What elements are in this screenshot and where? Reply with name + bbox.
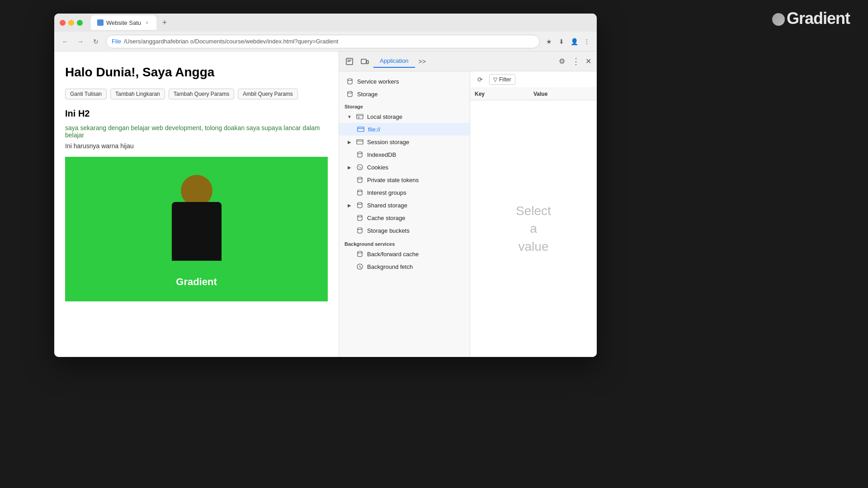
- column-key-header: Key: [475, 91, 533, 97]
- indexeddb-icon: [356, 151, 363, 158]
- devtools-refresh-button[interactable]: ⟳: [475, 74, 486, 85]
- filter-label: Filter: [499, 76, 511, 83]
- download-icon[interactable]: ⬇: [557, 37, 566, 46]
- storage-top-icon: [346, 90, 354, 98]
- storage-top-label: Storage: [357, 91, 378, 98]
- shared-storage-icon: [356, 202, 363, 209]
- devtools-elements-icon[interactable]: [343, 55, 356, 68]
- interest-groups-icon: [356, 189, 363, 196]
- url-bar[interactable]: File /Users/anggardhafebrian o/Documents…: [106, 35, 540, 48]
- tab-favicon: [97, 19, 104, 26]
- bookmark-icon[interactable]: ★: [544, 37, 553, 46]
- devtools-body: Service workers Storage Storage: [339, 71, 597, 357]
- sidebar-item-back-forward-cache[interactable]: Back/forward cache: [339, 248, 470, 260]
- new-tab-button[interactable]: +: [158, 16, 171, 29]
- session-storage-icon: [356, 138, 363, 145]
- close-traffic-light[interactable]: [60, 20, 66, 26]
- sidebar-item-storage-buckets[interactable]: Storage buckets: [339, 224, 470, 237]
- svg-rect-5: [357, 114, 363, 119]
- tambah-lingkaran-button[interactable]: Tambah Lingkaran: [110, 89, 165, 99]
- devtools-filter-bar: ⟳ ▽ Filter: [470, 71, 597, 88]
- sidebar-item-private-state-tokens[interactable]: Private state tokens: [339, 174, 470, 186]
- session-storage-label: Session storage: [367, 139, 409, 145]
- devtools-responsive-icon[interactable]: [358, 55, 372, 68]
- svg-point-3: [348, 79, 352, 80]
- devtools-filter-button[interactable]: ▽ Filter: [489, 74, 515, 85]
- sidebar-item-cookies[interactable]: Cookies: [339, 161, 470, 174]
- svg-point-10: [359, 166, 359, 167]
- traffic-lights: [60, 20, 83, 26]
- sidebar-item-storage-top[interactable]: Storage: [339, 88, 470, 100]
- select-value-text: Selectavalue: [516, 202, 551, 255]
- page-green-text: saya sekarang dengan belajar web develop…: [65, 124, 328, 139]
- minimize-traffic-light[interactable]: [68, 20, 74, 26]
- shared-storage-label: Shared storage: [367, 202, 407, 209]
- ganti-tulisan-button[interactable]: Ganti Tulisan: [65, 89, 107, 99]
- devtools-settings-icon[interactable]: ⚙: [556, 55, 568, 68]
- cache-storage-label: Cache storage: [367, 215, 406, 221]
- local-storage-file-label: file://: [368, 126, 380, 133]
- forward-button[interactable]: →: [75, 36, 86, 47]
- maximize-traffic-light[interactable]: [77, 20, 83, 26]
- devtools-more-options-icon[interactable]: ⋮: [570, 56, 582, 66]
- url-path: /Users/anggardhafebrian o/Documents/cour…: [124, 38, 338, 45]
- browser-content: Halo Dunia!, Saya Angga Ganti Tulisan Ta…: [54, 52, 597, 357]
- sidebar-item-background-fetch[interactable]: Background fetch: [339, 260, 470, 273]
- sidebar-item-shared-storage[interactable]: Shared storage: [339, 199, 470, 211]
- sidebar-item-session-storage[interactable]: Session storage: [339, 136, 470, 148]
- private-state-tokens-icon: [356, 176, 363, 183]
- page-black-text: Ini harusnya warna hijau: [65, 142, 328, 150]
- tab-bar: Website Satu × +: [91, 15, 591, 30]
- cookies-label: Cookies: [367, 164, 388, 171]
- ambil-query-params-button[interactable]: Ambil Query Params: [238, 89, 298, 99]
- devtools-close-button[interactable]: ✕: [584, 57, 593, 66]
- gradient-watermark: Gradient: [772, 9, 850, 28]
- devtools-empty-state: Selectavalue: [470, 100, 597, 357]
- cache-storage-icon: [356, 214, 363, 221]
- local-storage-expand-arrow[interactable]: [346, 113, 353, 120]
- reload-button[interactable]: ↻: [90, 36, 101, 47]
- session-storage-expand-arrow[interactable]: [346, 139, 353, 145]
- sidebar-item-interest-groups[interactable]: Interest groups: [339, 186, 470, 199]
- cookies-expand-arrow[interactable]: [346, 164, 353, 170]
- sidebar-item-local-storage[interactable]: Local storage: [339, 110, 470, 123]
- browser-tab[interactable]: Website Satu ×: [91, 15, 156, 30]
- tab-close-button[interactable]: ×: [144, 19, 150, 26]
- green-box-gradient-text: Gradient: [176, 276, 217, 288]
- svg-point-14: [358, 190, 362, 192]
- sidebar-item-cache-storage[interactable]: Cache storage: [339, 211, 470, 224]
- devtools-sidebar: Service workers Storage Storage: [339, 71, 470, 357]
- svg-point-17: [358, 228, 362, 230]
- filter-icon: ▽: [493, 76, 497, 83]
- interest-groups-label: Interest groups: [367, 189, 406, 196]
- address-actions: ★ ⬇ 👤 ⋮: [544, 37, 591, 46]
- local-storage-icon: [356, 113, 363, 120]
- profile-icon[interactable]: 👤: [570, 37, 579, 46]
- svg-point-4: [348, 91, 352, 93]
- cookies-icon: [356, 164, 363, 171]
- gradient-logo-circle: [772, 13, 785, 26]
- url-protocol: File: [112, 38, 121, 45]
- svg-rect-2: [367, 61, 368, 64]
- menu-icon[interactable]: ⋮: [582, 37, 591, 46]
- column-value-header: Value: [533, 91, 592, 97]
- devtools-header: Application >> ⚙ ⋮ ✕: [339, 52, 597, 71]
- svg-point-9: [357, 164, 363, 170]
- devtools-more-tabs-icon[interactable]: >>: [417, 56, 428, 67]
- svg-point-12: [359, 168, 360, 169]
- shared-storage-expand-arrow[interactable]: [346, 202, 353, 208]
- address-bar: ← → ↻ File /Users/anggardhafebrian o/Doc…: [54, 32, 597, 52]
- svg-point-18: [358, 251, 362, 253]
- back-button[interactable]: ←: [60, 36, 71, 47]
- tambah-query-params-button[interactable]: Tambah Query Params: [169, 89, 234, 99]
- svg-rect-1: [361, 59, 366, 64]
- svg-point-13: [358, 177, 362, 179]
- sidebar-item-local-storage-file[interactable]: file://: [339, 123, 470, 136]
- devtools-application-tab[interactable]: Application: [373, 55, 415, 68]
- sidebar-item-service-workers[interactable]: Service workers: [339, 75, 470, 88]
- local-storage-file-icon: [357, 126, 364, 133]
- sidebar-item-indexeddb[interactable]: IndexedDB: [339, 148, 470, 161]
- svg-rect-6: [358, 127, 364, 131]
- back-forward-cache-label: Back/forward cache: [367, 251, 419, 258]
- storage-section-header: Storage: [339, 100, 470, 110]
